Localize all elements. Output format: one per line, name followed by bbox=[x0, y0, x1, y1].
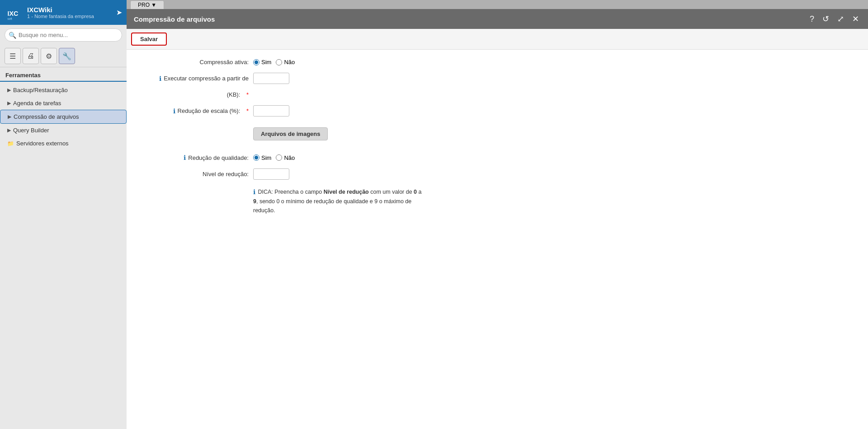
sidebar-header: IXC soft IXCWiki 1 - Nome fantasia da em… bbox=[0, 0, 127, 25]
window-header: Compressão de arquivos ? ↺ ⤢ ✕ bbox=[127, 9, 868, 29]
print-button[interactable]: 🖨 bbox=[23, 48, 39, 64]
sidebar-section-title: Ferramentas bbox=[0, 67, 127, 82]
info-icon: ℹ bbox=[159, 75, 161, 82]
sidebar-item-servidores[interactable]: 📁 Servidores externos bbox=[0, 137, 127, 150]
nivel-reducao-input[interactable]: 0 bbox=[253, 168, 289, 180]
maximize-button[interactable]: ⤢ bbox=[835, 13, 846, 25]
sidebar-item-backup[interactable]: ▶ Backup/Restauração bbox=[0, 84, 127, 97]
arrow-icon: ▶ bbox=[7, 87, 11, 93]
reducao-escala-row: ℹ Redução de escala (%): * 50 bbox=[140, 105, 854, 117]
reducao-qualidade-radio: Sim Não bbox=[253, 154, 295, 161]
executar-unit-label: (KB): * bbox=[140, 91, 249, 98]
tip-middle: com um valor de bbox=[369, 189, 414, 195]
folder-icon: 📁 bbox=[7, 140, 14, 147]
tip-bold-0: 0 bbox=[414, 189, 417, 195]
search-icon: 🔍 bbox=[9, 32, 16, 39]
images-section-header: Arquivos de imagens bbox=[253, 127, 328, 140]
svg-text:IXC: IXC bbox=[8, 10, 19, 17]
sidebar-item-label: Compressão de arquivos bbox=[14, 113, 79, 120]
compressao-ativa-row: Compressão ativa: Sim Não bbox=[140, 59, 854, 65]
window-controls: ? ↺ ⤢ ✕ bbox=[808, 13, 861, 25]
compressao-ativa-radio: Sim Não bbox=[253, 59, 295, 65]
executar-unit-row: (KB): * bbox=[140, 91, 854, 98]
sidebar-item-compressao[interactable]: ▶ Compressão de arquivos bbox=[0, 110, 127, 124]
tip-prefix: DICA: Preencha o campo bbox=[258, 189, 323, 195]
table-button[interactable]: ☰ bbox=[5, 48, 21, 64]
sidebar-item-label: Servidores externos bbox=[16, 140, 69, 147]
reducao-qualidade-row: ℹ Redução de qualidade: Sim Não bbox=[140, 154, 854, 161]
sidebar-item-label: Query Builder bbox=[13, 127, 49, 134]
app-logo: IXC soft bbox=[5, 4, 23, 22]
reducao-escala-input[interactable]: 50 bbox=[253, 105, 289, 117]
radio-sim[interactable] bbox=[253, 59, 259, 65]
required-star: * bbox=[246, 91, 249, 98]
required-star: * bbox=[246, 107, 249, 114]
tip-bold-field: Nível de redução bbox=[324, 189, 369, 195]
nivel-reducao-label: Nível de redução: bbox=[140, 171, 249, 177]
radio-nao[interactable] bbox=[276, 59, 282, 65]
sidebar-item-query[interactable]: ▶ Query Builder bbox=[0, 124, 127, 137]
svg-text:soft: soft bbox=[8, 17, 12, 20]
toolbar: ☰ 🖨 ⚙ 🔧 bbox=[0, 45, 127, 67]
top-tab[interactable]: PRO ▼ bbox=[130, 0, 164, 9]
tip-to: a bbox=[417, 189, 421, 195]
executar-label: ℹ Executar compressão a partir de bbox=[140, 75, 249, 82]
tip-box: ℹ DICA: Preencha o campo Nível de reduçã… bbox=[253, 187, 425, 215]
search-input[interactable] bbox=[5, 28, 122, 42]
close-button[interactable]: ✕ bbox=[850, 13, 861, 25]
sidebar-item-label: Agenda de tarefas bbox=[13, 100, 61, 107]
reducao-qualidade-label: ℹ Redução de qualidade: bbox=[140, 154, 249, 161]
window-title: Compressão de arquivos bbox=[134, 15, 215, 23]
radio-sim2[interactable] bbox=[253, 154, 259, 161]
radio-sim2-label[interactable]: Sim bbox=[253, 154, 271, 161]
save-button[interactable]: Salvar bbox=[131, 33, 167, 46]
arrow-icon: ▶ bbox=[7, 127, 11, 133]
tools-button[interactable]: 🔧 bbox=[59, 48, 75, 64]
top-bar: PRO ▼ bbox=[127, 0, 868, 9]
executar-input[interactable]: 1000 bbox=[253, 73, 289, 84]
info-icon: ℹ bbox=[173, 107, 175, 115]
nivel-reducao-row: Nível de redução: 0 bbox=[140, 168, 854, 180]
app-name: IXCWiki bbox=[27, 6, 112, 14]
app-title-block: IXCWiki 1 - Nome fantasia da empresa bbox=[27, 6, 112, 19]
tip-info-icon: ℹ bbox=[253, 188, 255, 196]
radio-nao2[interactable] bbox=[276, 154, 282, 161]
restore-button[interactable]: ↺ bbox=[821, 13, 831, 25]
executar-row: ℹ Executar compressão a partir de 1000 bbox=[140, 73, 854, 84]
compressao-ativa-label: Compressão ativa: bbox=[140, 59, 249, 65]
export-icon[interactable]: ➤ bbox=[116, 8, 122, 17]
app-subtitle: 1 - Nome fantasia da empresa bbox=[27, 14, 112, 19]
tip-suffix: , sendo 0 o mínimo de redução de qualida… bbox=[253, 198, 411, 214]
radio-nao-label[interactable]: Não bbox=[276, 59, 295, 65]
sidebar: IXC soft IXCWiki 1 - Nome fantasia da em… bbox=[0, 0, 127, 429]
arrow-icon: ▶ bbox=[7, 100, 11, 106]
main-area: PRO ▼ Compressão de arquivos ? ↺ ⤢ ✕ Sal… bbox=[127, 0, 868, 429]
sidebar-item-agenda[interactable]: ▶ Agenda de tarefas bbox=[0, 97, 127, 110]
settings-button[interactable]: ⚙ bbox=[41, 48, 57, 64]
info-icon: ℹ bbox=[184, 154, 186, 161]
save-bar: Salvar bbox=[127, 29, 868, 50]
content-area: Compressão de arquivos ? ↺ ⤢ ✕ Salvar Co… bbox=[127, 9, 868, 429]
sidebar-item-label: Backup/Restauração bbox=[13, 87, 68, 93]
reducao-escala-label: ℹ Redução de escala (%): * bbox=[140, 107, 249, 115]
radio-nao2-label[interactable]: Não bbox=[276, 154, 295, 161]
tip-bold-9: 9 bbox=[253, 198, 256, 205]
form-area: Compressão ativa: Sim Não ℹ bbox=[127, 50, 868, 429]
images-section-row: Arquivos de imagens bbox=[140, 124, 854, 147]
radio-sim-label[interactable]: Sim bbox=[253, 59, 271, 65]
help-button[interactable]: ? bbox=[808, 14, 816, 25]
arrow-icon: ▶ bbox=[8, 114, 11, 120]
search-bar: 🔍 bbox=[0, 25, 127, 45]
